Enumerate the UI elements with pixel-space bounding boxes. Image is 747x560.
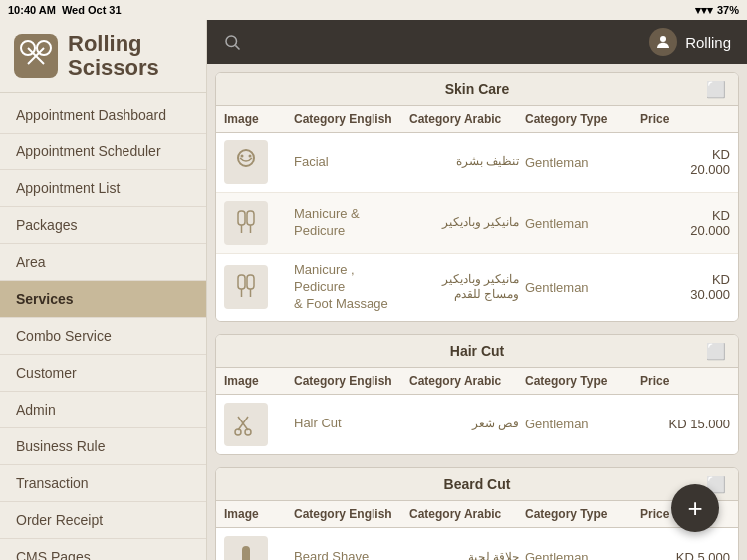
sidebar-item-combo-service[interactable]: Combo Service xyxy=(0,318,206,355)
service-price-haircut: KD 15.000 xyxy=(640,417,730,431)
service-price-foot-massage: KD30.000 xyxy=(640,272,730,302)
status-bar: 10:40 AM Wed Oct 31 ▾▾▾ 37% xyxy=(0,0,747,20)
service-arabic-manicure: مانيكير وباديكير xyxy=(409,215,525,231)
table-row[interactable]: Beard Shave حلاقة لحية Gentleman KD 5.00… xyxy=(216,528,738,560)
service-english-foot-massage: Manicure , Pedicure& Foot Massage xyxy=(294,262,409,313)
col-english-bc: Category English xyxy=(294,507,409,521)
svg-point-4 xyxy=(226,36,237,47)
col-image: Image xyxy=(224,112,294,126)
service-arabic-haircut: قص شعر xyxy=(409,417,525,432)
svg-rect-20 xyxy=(242,546,250,560)
service-image-foot-massage xyxy=(224,265,268,309)
sidebar: RollingScissors Appointment Dashboard Ap… xyxy=(0,20,207,560)
svg-rect-14 xyxy=(238,275,245,289)
service-image-facial xyxy=(224,140,268,184)
col-headers-skin-care: Image Category English Category Arabic C… xyxy=(216,106,738,133)
sidebar-item-transaction[interactable]: Transaction xyxy=(0,465,206,502)
service-price-facial: KD20.000 xyxy=(640,147,730,177)
col-image-bc: Image xyxy=(224,507,294,521)
service-image-haircut xyxy=(224,403,268,446)
section-title-hair-cut: Hair Cut xyxy=(450,343,504,359)
sidebar-item-admin[interactable]: Admin xyxy=(0,392,206,428)
app-title: RollingScissors xyxy=(68,32,159,80)
sidebar-item-packages[interactable]: Packages xyxy=(0,207,206,244)
service-english-beard-shave: Beard Shave xyxy=(294,549,409,560)
user-info: Rolling xyxy=(649,28,731,56)
service-price-beard-shave: KD 5.000 xyxy=(640,550,730,560)
service-arabic-facial: تنظيف بشرة xyxy=(409,154,525,170)
sidebar-nav: Appointment Dashboard Appointment Schedu… xyxy=(0,93,206,560)
table-row[interactable]: Manicure & Pedicure مانيكير وباديكير Gen… xyxy=(216,193,738,254)
search-icon xyxy=(223,33,241,51)
svg-point-8 xyxy=(241,155,244,158)
service-arabic-foot-massage: مانيكير وباديكيرومساج للقدم xyxy=(409,272,525,303)
table-row[interactable]: Facial تنظيف بشرة Gentleman KD20.000 xyxy=(216,133,738,193)
svg-line-5 xyxy=(235,45,239,49)
section-hair-cut: Hair Cut ⬜ Image Category English Catego… xyxy=(215,334,739,455)
svg-point-6 xyxy=(660,36,666,42)
table-row[interactable]: Manicure , Pedicure& Foot Massage مانيكي… xyxy=(216,254,738,321)
section-skin-care: Skin Care ⬜ Image Category English Categ… xyxy=(215,72,739,322)
col-image-hc: Image xyxy=(224,374,294,388)
section-header-hair-cut: Hair Cut ⬜ xyxy=(216,335,738,368)
service-type-manicure: Gentleman xyxy=(525,216,640,231)
sidebar-item-cms-pages[interactable]: CMS Pages xyxy=(0,539,206,560)
service-image-beard-shave xyxy=(224,536,268,560)
service-type-haircut: Gentleman xyxy=(525,417,640,431)
col-arabic: Category Arabic xyxy=(409,112,525,126)
col-arabic-hc: Category Arabic xyxy=(409,374,525,388)
sidebar-item-appointment-list[interactable]: Appointment List xyxy=(0,170,206,207)
section-header-skin-care: Skin Care ⬜ xyxy=(216,73,738,106)
battery-status: 37% xyxy=(717,4,739,16)
col-headers-hair-cut: Image Category English Category Arabic C… xyxy=(216,368,738,395)
sidebar-item-order-receipt[interactable]: Order Receipt xyxy=(0,502,206,539)
sidebar-item-appointment-dashboard[interactable]: Appointment Dashboard xyxy=(0,97,206,134)
main-content: Rolling Skin Care ⬜ Image Category Engli… xyxy=(207,20,747,560)
add-service-fab[interactable]: + xyxy=(671,484,719,532)
services-table-container[interactable]: Skin Care ⬜ Image Category English Categ… xyxy=(207,64,747,560)
service-type-beard-shave: Gentleman xyxy=(525,550,640,560)
svg-point-9 xyxy=(249,155,252,158)
service-arabic-beard-shave: حلاقة لحية xyxy=(409,550,525,560)
logo-icon xyxy=(14,34,58,78)
search-box[interactable] xyxy=(223,33,241,51)
col-headers-beard-cut: Image Category English Category Arabic C… xyxy=(216,501,738,528)
service-image-manicure xyxy=(224,201,268,245)
service-english-facial: Facial xyxy=(294,154,409,171)
col-price: Price xyxy=(640,112,730,126)
edit-hair-cut-button[interactable]: ⬜ xyxy=(706,341,726,360)
svg-rect-11 xyxy=(247,211,254,225)
section-title-skin-care: Skin Care xyxy=(445,81,510,97)
sidebar-item-customer[interactable]: Customer xyxy=(0,355,206,392)
col-type: Category Type xyxy=(525,112,640,126)
svg-rect-15 xyxy=(247,275,254,289)
sidebar-item-business-rule[interactable]: Business Rule xyxy=(0,428,206,465)
sidebar-logo: RollingScissors xyxy=(0,20,206,93)
service-type-facial: Gentleman xyxy=(525,155,640,170)
section-beard-cut: Beard Cut ⬜ Image Category English Categ… xyxy=(215,467,739,560)
edit-skin-care-button[interactable]: ⬜ xyxy=(706,80,726,99)
col-type-hc: Category Type xyxy=(525,374,640,388)
sidebar-item-area[interactable]: Area xyxy=(0,244,206,281)
sidebar-item-services[interactable]: Services xyxy=(0,281,206,318)
col-price-hc: Price xyxy=(640,374,730,388)
service-price-manicure: KD20.000 xyxy=(640,208,730,238)
service-type-foot-massage: Gentleman xyxy=(525,280,640,295)
user-name: Rolling xyxy=(685,34,731,51)
status-date: Wed Oct 31 xyxy=(62,4,122,16)
table-row[interactable]: Hair Cut قص شعر Gentleman KD 15.000 xyxy=(216,395,738,454)
sidebar-item-appointment-scheduler[interactable]: Appointment Scheduler xyxy=(0,134,206,170)
col-english: Category English xyxy=(294,112,409,126)
avatar xyxy=(649,28,677,56)
status-time: 10:40 AM xyxy=(8,4,56,16)
col-arabic-bc: Category Arabic xyxy=(409,507,525,521)
service-english-haircut: Hair Cut xyxy=(294,416,409,432)
top-bar: Rolling xyxy=(207,20,747,64)
col-english-hc: Category English xyxy=(294,374,409,388)
fab-icon: + xyxy=(687,493,702,524)
section-title-beard-cut: Beard Cut xyxy=(444,476,511,492)
service-english-manicure: Manicure & Pedicure xyxy=(294,206,409,240)
svg-rect-10 xyxy=(238,211,245,225)
section-header-beard-cut: Beard Cut ⬜ xyxy=(216,468,738,501)
col-type-bc: Category Type xyxy=(525,507,640,521)
